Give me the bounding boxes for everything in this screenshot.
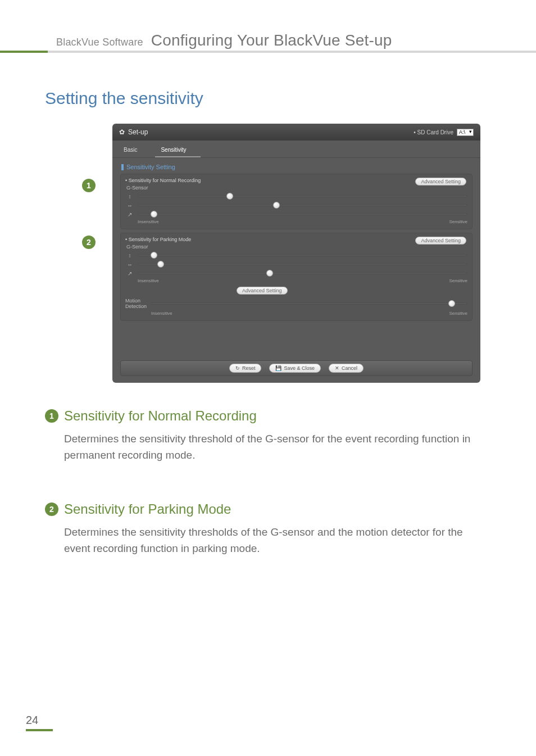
motion-slider-row: Motion Detection — [125, 298, 467, 309]
updown-icon: ↕ — [125, 252, 134, 259]
desc-1-title: Sensitivity for Normal Recording — [64, 408, 257, 424]
callout-2: 2 — [82, 236, 96, 249]
subpanel-normal: • Sensitivity for Normal Recording Advan… — [120, 174, 473, 229]
scale-insensitive: Insensitive — [151, 311, 172, 316]
page-header: BlackVue Software Configuring Your Black… — [56, 31, 392, 49]
sd-drive-select[interactable]: A:\ — [457, 129, 474, 136]
advanced-setting-normal[interactable]: Advanced Setting — [415, 178, 466, 185]
scale-sensitive: Sensitive — [449, 219, 467, 224]
normal-slider-row-2: ↔ — [125, 202, 467, 209]
motion-scale: Insensitive Sensitive — [151, 311, 467, 316]
parking-slider-row-2: ↔ — [125, 261, 467, 268]
advanced-setting-parking-1[interactable]: Advanced Setting — [415, 237, 466, 245]
desc-2-num: 2 — [45, 503, 58, 516]
desc-1-num: 1 — [45, 409, 58, 423]
reset-button[interactable]: ↻Reset — [229, 364, 262, 373]
page-number: 24 — [26, 714, 53, 731]
parking-slider-2[interactable] — [138, 261, 467, 268]
tab-basic[interactable]: Basic — [118, 144, 152, 157]
gear-icon: ✿ — [119, 128, 125, 136]
normal-slider-1[interactable] — [138, 193, 467, 200]
parking-slider-3[interactable] — [138, 270, 467, 277]
close-icon: ✕ — [335, 365, 339, 371]
section-title: Setting the sensitivity — [45, 89, 203, 108]
motion-slider[interactable] — [151, 300, 467, 307]
sd-label: • SD Card Drive — [414, 129, 453, 135]
advanced-setting-parking-2[interactable]: Advanced Setting — [237, 287, 288, 295]
diagonal-icon: ↗ — [125, 270, 134, 277]
setup-window: ✿ Set-up • SD Card Drive A:\ Basic Sensi… — [112, 124, 480, 383]
header-accent — [0, 51, 48, 53]
normal-scale: Insensitive Sensitive — [138, 219, 467, 224]
panel-title: Sensitivity Setting — [112, 158, 480, 174]
scale-sensitive: Sensitive — [449, 311, 467, 316]
parking-scale: Insensitive Sensitive — [138, 278, 467, 283]
tab-sensitivity[interactable]: Sensitivity — [155, 144, 201, 157]
parking-slider-row-1: ↕ — [125, 252, 467, 259]
window-body: Basic Sensitivity Sensitivity Setting • … — [112, 141, 480, 383]
window-title: Set-up — [128, 128, 148, 136]
cancel-button[interactable]: ✕Cancel — [329, 364, 364, 373]
header-small: BlackVue Software — [56, 37, 143, 48]
scale-insensitive: Insensitive — [138, 219, 159, 224]
scale-sensitive: Sensitive — [449, 278, 467, 283]
desc-2-head: 2 Sensitivity for Parking Mode — [45, 501, 491, 517]
reset-icon: ↻ — [235, 365, 240, 371]
header-large: Configuring Your BlackVue Set-up — [151, 31, 392, 49]
desc-2-body: Determines the sensitivity thresholds of… — [64, 524, 491, 557]
normal-slider-row-1: ↕ — [125, 193, 467, 200]
scale-insensitive: Insensitive — [138, 278, 159, 283]
parking-gsensor-label: G-Sensor — [126, 244, 467, 250]
motion-detection-label: Motion Detection — [125, 298, 148, 309]
normal-slider-row-3: ↗ — [125, 211, 467, 218]
leftright-icon: ↔ — [125, 202, 134, 209]
updown-icon: ↕ — [125, 193, 134, 200]
normal-slider-3[interactable] — [138, 211, 467, 218]
desc-2: 2 Sensitivity for Parking Mode Determine… — [45, 501, 491, 557]
desc-2-title: Sensitivity for Parking Mode — [64, 501, 231, 517]
window-titlebar: ✿ Set-up • SD Card Drive A:\ — [112, 124, 480, 141]
page: BlackVue Software Configuring Your Black… — [0, 0, 536, 756]
desc-1-head: 1 Sensitivity for Normal Recording — [45, 408, 491, 424]
normal-gsensor-label: G-Sensor — [126, 185, 467, 191]
footer-bar: ↻Reset 💾Save & Close ✕Cancel — [120, 360, 473, 376]
parking-slider-1[interactable] — [138, 252, 467, 259]
desc-1-body: Determines the sensitivity threshold of … — [64, 431, 491, 464]
callout-1: 1 — [82, 179, 96, 192]
tabs: Basic Sensitivity — [112, 141, 480, 158]
save-close-button[interactable]: 💾Save & Close — [269, 364, 321, 373]
diagonal-icon: ↗ — [125, 211, 134, 218]
parking-slider-row-3: ↗ — [125, 270, 467, 277]
sd-drive-area: • SD Card Drive A:\ — [414, 129, 474, 136]
save-icon: 💾 — [275, 365, 281, 371]
subpanel-parking: • Sensitivity for Parking Mode Advanced … — [120, 233, 473, 321]
header-rule — [0, 51, 536, 53]
desc-1: 1 Sensitivity for Normal Recording Deter… — [45, 408, 491, 464]
normal-slider-2[interactable] — [138, 202, 467, 209]
leftright-icon: ↔ — [125, 261, 134, 268]
